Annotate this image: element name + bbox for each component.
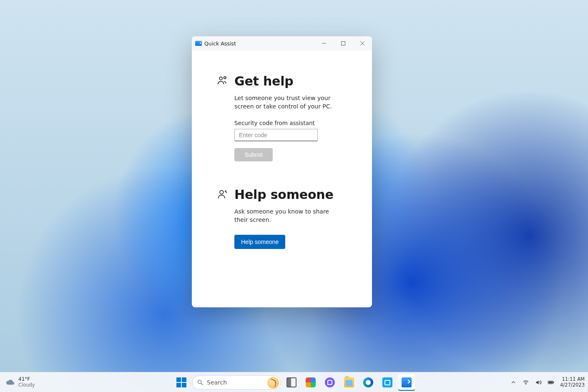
- clock-date: 4/27/2023: [560, 382, 585, 388]
- person-share-icon: [217, 189, 229, 201]
- security-code-input[interactable]: [234, 129, 318, 141]
- task-view-button[interactable]: [283, 374, 300, 391]
- widgets-icon: [306, 377, 316, 387]
- help-someone-button[interactable]: Help someone: [234, 235, 285, 249]
- wifi-icon[interactable]: [523, 379, 529, 386]
- get-help-heading: Get help: [234, 74, 294, 88]
- chat-button[interactable]: [322, 374, 338, 391]
- clock-time: 11:11 AM: [560, 377, 585, 382]
- quick-assist-app-icon: [195, 41, 202, 46]
- svg-point-5: [224, 76, 226, 78]
- window-content: Get help Let someone you trust view your…: [192, 50, 372, 307]
- svg-rect-1: [342, 42, 345, 45]
- widgets-button[interactable]: [302, 374, 319, 391]
- start-button[interactable]: [173, 374, 190, 391]
- help-someone-heading: Help someone: [234, 187, 334, 202]
- get-help-section: Get help Let someone you trust view your…: [217, 74, 347, 161]
- file-explorer-icon: [344, 377, 354, 387]
- quick-assist-window: Quick Assist Get help Let someone you tr…: [192, 36, 372, 307]
- window-title: Quick Assist: [204, 40, 236, 47]
- help-someone-section: Help someone Ask someone you know to sha…: [217, 187, 347, 249]
- close-button[interactable]: [353, 36, 372, 50]
- minimize-button[interactable]: [314, 36, 334, 50]
- search-icon: [197, 379, 204, 386]
- taskbar-search[interactable]: Search: [192, 375, 281, 389]
- edge-icon: [363, 377, 373, 387]
- help-someone-description: Ask someone you know to share their scre…: [234, 208, 339, 224]
- weather-temp: 41°F: [18, 377, 35, 382]
- security-code-label: Security code from assistant: [234, 120, 347, 126]
- weather-condition: Cloudy: [18, 382, 35, 388]
- maximize-button[interactable]: [334, 36, 353, 50]
- search-placeholder-text: Search: [207, 379, 227, 386]
- quick-assist-taskbar-button[interactable]: [398, 374, 415, 391]
- taskbar-center: Search: [173, 372, 415, 392]
- battery-icon[interactable]: [548, 379, 554, 386]
- system-tray: 11:11 AM 4/27/2023: [510, 372, 585, 392]
- svg-point-6: [220, 190, 224, 194]
- edge-button[interactable]: [360, 374, 377, 391]
- cloud-icon: [6, 378, 15, 387]
- store-button[interactable]: [379, 374, 396, 391]
- quick-assist-icon: [402, 377, 412, 387]
- search-highlight-icon: [267, 377, 279, 389]
- submit-button[interactable]: Submit: [234, 148, 273, 161]
- taskbar-clock[interactable]: 11:11 AM 4/27/2023: [560, 377, 585, 387]
- microsoft-store-icon: [382, 377, 392, 387]
- svg-point-7: [225, 190, 226, 192]
- get-help-description: Let someone you trust view your screen o…: [234, 94, 339, 111]
- svg-point-10: [525, 384, 526, 384]
- chat-icon: [325, 377, 335, 387]
- svg-line-9: [201, 383, 203, 385]
- people-share-icon: [217, 75, 229, 87]
- svg-point-4: [219, 77, 222, 80]
- svg-point-8: [198, 380, 201, 383]
- tray-overflow-button[interactable]: [510, 379, 517, 386]
- task-view-icon: [286, 377, 297, 387]
- titlebar[interactable]: Quick Assist: [192, 36, 372, 50]
- windows-logo-icon: [176, 377, 186, 387]
- svg-rect-12: [553, 382, 553, 383]
- taskbar: 41°F Cloudy Search: [0, 372, 588, 392]
- file-explorer-button[interactable]: [341, 374, 357, 391]
- weather-widget[interactable]: 41°F Cloudy: [0, 372, 35, 392]
- svg-rect-13: [549, 382, 553, 383]
- volume-icon[interactable]: [535, 379, 542, 386]
